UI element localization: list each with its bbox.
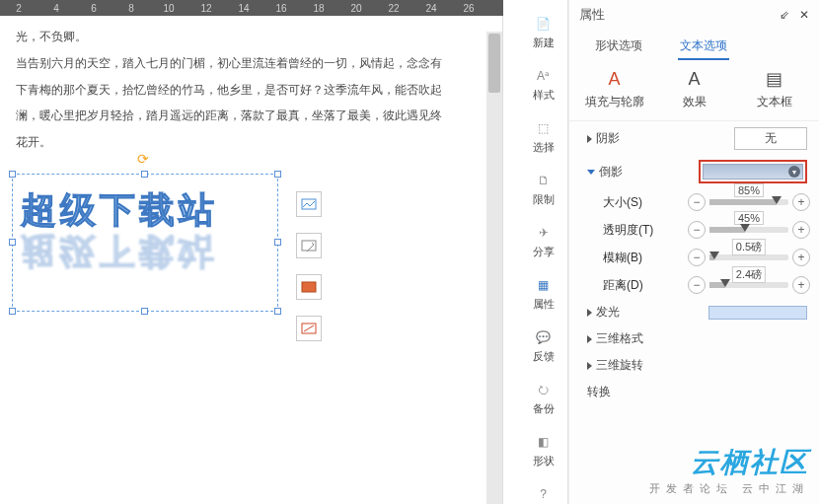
wordart-reflection: 超级下载站 — [13, 227, 226, 287]
chevron-down-icon: ▾ — [788, 166, 800, 178]
properties-panel: 属性 ⇙ ✕ 形状选项 文本选项 A填充与轮廓 A效果 ▤文本框 阴影 无 倒影… — [568, 0, 819, 504]
horizontal-ruler[interactable]: 2468101214161820222426 — [0, 0, 503, 16]
effects-icon: A — [684, 68, 706, 90]
close-icon[interactable]: ✕ — [799, 8, 809, 22]
limit-icon: 🗋 — [534, 171, 554, 190]
reflection-preset-combo[interactable]: ▾ — [699, 160, 807, 183]
transform-section[interactable]: 转换 — [587, 384, 636, 400]
decrement-button[interactable]: − — [688, 221, 706, 239]
side-item-feedback[interactable]: 💬反馈 — [519, 322, 567, 370]
paragraph: 光，不负卿。 — [16, 26, 486, 48]
tab-textbox[interactable]: ▤文本框 — [739, 68, 809, 110]
tab-text-options[interactable]: 文本选项 — [678, 34, 729, 60]
opacity-label: 透明度(T) — [603, 222, 672, 239]
shadow-preset-none[interactable]: 无 — [734, 127, 807, 150]
effect-tabs: A填充与轮廓 A效果 ▤文本框 — [569, 60, 819, 121]
glow-section[interactable]: 发光 — [587, 304, 656, 321]
layout-option-button[interactable] — [296, 316, 322, 341]
svg-rect-0 — [302, 199, 316, 209]
increment-button[interactable]: + — [792, 193, 810, 211]
layout-option-button[interactable] — [296, 233, 322, 258]
layout-option-button[interactable] — [296, 191, 322, 217]
side-item-style[interactable]: Aᵃ样式 — [519, 60, 567, 108]
paragraph: 澜，暖心里把岁月轻拾，踏月遥远的距离，落款了最真，坐落了最美，彼此遇见终 — [16, 105, 486, 127]
threed-format-section[interactable]: 三维格式 — [587, 330, 656, 347]
tab-shape-options[interactable]: 形状选项 — [593, 34, 644, 60]
vertical-scrollbar[interactable] — [486, 32, 502, 504]
wordart-text[interactable]: 超级下载站 — [13, 175, 226, 235]
reflection-section[interactable]: 倒影 — [587, 164, 656, 180]
help-icon: ? — [534, 484, 554, 504]
resize-handle[interactable] — [9, 308, 16, 315]
document-canvas[interactable]: 光，不负卿。 当告别六月的天空，踏入七月的门楣，初心里流连着曾经的一切，风情起，… — [0, 16, 503, 504]
cursor-icon: ⬚ — [534, 118, 554, 138]
layout-options — [296, 191, 322, 341]
paragraph: 当告别六月的天空，踏入七月的门楣，初心里流连着曾经的一切，风情起，念念有 — [16, 52, 486, 75]
decrement-button[interactable]: − — [688, 276, 706, 294]
document-icon: 📄 — [534, 14, 554, 34]
paragraph: 下青梅的那个夏天，拾忆曾经的竹马，他乡里，是否可好？这季流年风，能否吹起 — [16, 79, 486, 102]
svg-line-4 — [304, 325, 314, 331]
rotate-handle-icon[interactable]: ⟳ — [137, 151, 153, 167]
decrement-button[interactable]: − — [688, 249, 706, 266]
feedback-icon: 💬 — [534, 327, 554, 347]
side-item-limit[interactable]: 🗋限制 — [519, 165, 567, 213]
increment-button[interactable]: + — [792, 276, 810, 294]
size-label: 大小(S) — [603, 194, 672, 211]
layout-option-button[interactable] — [296, 274, 322, 300]
side-item-select[interactable]: ⬚选择 — [519, 112, 567, 161]
side-item-properties[interactable]: ▦属性 — [519, 269, 567, 318]
style-icon: Aᵃ — [534, 66, 554, 86]
resize-handle[interactable] — [274, 308, 281, 315]
increment-button[interactable]: + — [792, 221, 810, 239]
shape-icon: ◧ — [534, 432, 554, 452]
wordart-selection[interactable]: ⟳ 超级下载站 超级下载站 — [12, 174, 278, 312]
resize-handle[interactable] — [274, 239, 281, 246]
distance-slider[interactable]: − 2.4磅 + — [688, 276, 810, 294]
pin-icon[interactable]: ⇙ — [780, 8, 789, 22]
option-tabs: 形状选项 文本选项 — [569, 34, 819, 60]
glow-preset-swatch[interactable] — [708, 306, 807, 320]
properties-icon: ▦ — [534, 275, 554, 295]
size-slider[interactable]: − 85% + — [688, 193, 810, 211]
panel-title: 属性 — [579, 6, 605, 24]
shadow-section[interactable]: 阴影 — [587, 130, 656, 147]
distance-label: 距离(D) — [603, 277, 672, 294]
blur-label: 模糊(B) — [603, 250, 672, 266]
side-item-share[interactable]: ✈分享 — [519, 217, 567, 265]
threed-rotate-section[interactable]: 三维旋转 — [587, 357, 656, 374]
decrement-button[interactable]: − — [688, 193, 706, 211]
paragraph: 花开。 — [16, 131, 486, 154]
document-body: 光，不负卿。 当告别六月的天空，踏入七月的门楣，初心里流连着曾经的一切，风情起，… — [0, 16, 502, 168]
fill-icon: A — [604, 68, 626, 90]
increment-button[interactable]: + — [792, 249, 810, 266]
blur-slider[interactable]: − 0.5磅 + — [688, 249, 810, 266]
side-item-help[interactable]: ?帮助 — [519, 478, 567, 504]
svg-rect-2 — [302, 282, 316, 292]
backup-icon: ⭮ — [534, 380, 554, 399]
side-item-backup[interactable]: ⭮备份 — [519, 374, 567, 422]
opacity-slider[interactable]: − 45% + — [688, 221, 810, 239]
share-icon: ✈ — [534, 223, 554, 243]
resize-handle[interactable] — [274, 171, 281, 178]
side-toolbar: 📄新建 Aᵃ样式 ⬚选择 🗋限制 ✈分享 ▦属性 💬反馈 ⭮备份 ◧形状 ?帮助 — [519, 0, 568, 504]
side-item-new[interactable]: 📄新建 — [519, 8, 567, 56]
scrollbar-thumb[interactable] — [488, 34, 500, 93]
side-item-shape[interactable]: ◧形状 — [519, 426, 567, 474]
textbox-icon: ▤ — [764, 68, 785, 90]
tab-fill-outline[interactable]: A填充与轮廓 — [579, 68, 649, 110]
tab-effects[interactable]: A效果 — [659, 68, 729, 110]
resize-handle[interactable] — [141, 308, 148, 315]
